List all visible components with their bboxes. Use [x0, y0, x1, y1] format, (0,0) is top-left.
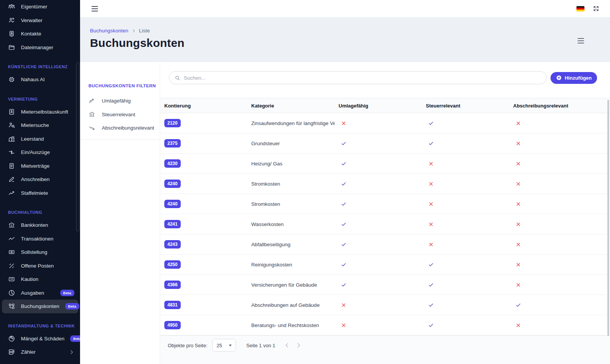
sidebar-item-label: Ein/Auszüge	[21, 149, 50, 155]
sidebar-item-label: Mietverträge	[21, 163, 50, 169]
table-row[interactable]: 4230 Heizung/ Gas	[160, 154, 610, 174]
kontierung-badge: 2375	[164, 139, 181, 148]
table-row[interactable]: 4243 Abfallbeseitigung	[160, 234, 610, 255]
bank-icon	[8, 221, 15, 229]
kontierung-badge: 4831	[164, 301, 181, 309]
users-icon	[8, 3, 15, 10]
sidebar-item-nahaus-ai[interactable]: AI Nahaus AI	[2, 73, 78, 87]
sidebar-item-eigentümer[interactable]: Eigentümer	[2, 0, 78, 14]
german-flag-icon[interactable]	[576, 6, 584, 11]
sidebar-item-zähler[interactable]: Zähler	[2, 345, 78, 359]
pen-icon	[8, 176, 15, 183]
table-row[interactable]: 2375 Grundsteuer	[160, 133, 610, 154]
x-icon	[426, 201, 513, 207]
sidebar-item-mietverträge[interactable]: Mietverträge	[2, 159, 78, 173]
document-icon	[8, 162, 15, 170]
sidebar-section-label: KÜNSTLICHE INTELLIGENZ	[0, 64, 80, 69]
table-row[interactable]: 4950 Beratungs- und Rechtskosten	[160, 315, 610, 335]
kontierung-badge: 4240	[164, 180, 181, 188]
table-row[interactable]: 4831 Abschreibungen auf Gebäude	[160, 295, 610, 315]
sidebar-item-buchungskonten[interactable]: Buchungskonten Beta	[2, 300, 78, 313]
sidebar-item-mieterselbstauskunft[interactable]: Mieterselbstauskunft	[2, 105, 78, 119]
doc-person-icon	[8, 108, 15, 115]
next-page-button[interactable]	[295, 342, 302, 349]
x-icon	[426, 242, 513, 247]
x-icon	[513, 141, 610, 146]
sidebar-item-mängel-schäden[interactable]: Mängel & Schäden Beta	[2, 332, 78, 346]
sidebar-item-staffelmiete[interactable]: Staffelmiete	[2, 186, 78, 200]
content: BUCHUNGSKONTEN FILTERN Umlagefähig Steue…	[80, 62, 610, 364]
check-icon	[339, 181, 426, 187]
x-icon	[513, 282, 610, 288]
fullscreen-icon[interactable]	[593, 5, 599, 12]
ai-chip-icon: AI	[8, 76, 15, 83]
sidebar-nav: Eigentümer Verwalter Kontakte Dateimanag…	[0, 0, 80, 359]
filter-list: Umlagefähig Steuerrelevant Abschreibungs…	[80, 94, 160, 135]
sidebar-item-bankkonten[interactable]: Bankkonten	[2, 218, 78, 232]
sidebar-item-kaution[interactable]: 100 Kaution	[2, 273, 78, 286]
search-box[interactable]	[169, 71, 547, 84]
prev-page-button[interactable]	[284, 342, 291, 349]
sidebar-item-mietersuche[interactable]: Mietersuche	[2, 119, 78, 132]
x-icon	[426, 221, 513, 227]
breadcrumb: Buchungskonten Liste	[90, 28, 599, 34]
sidebar-item-label: Offene Posten	[21, 263, 54, 269]
sidebar-item-ein-auszüge[interactable]: Ein/Auszüge	[2, 146, 78, 159]
split-arrow-icon	[88, 98, 95, 104]
sidebar-item-label: Bankkonten	[21, 222, 48, 228]
page-options-menu-icon[interactable]	[578, 38, 584, 43]
table-row[interactable]: 4240 Stromkosten	[160, 194, 610, 214]
banknote-icon	[8, 249, 15, 256]
table-row[interactable]: 4366 Versicherungen für Gebäude	[160, 275, 610, 295]
kontierung-badge: 4243	[164, 240, 181, 249]
person-search-icon	[8, 122, 15, 129]
search-input[interactable]	[184, 75, 541, 81]
sidebar-item-ausgaben[interactable]: Ausgaben Beta	[2, 286, 78, 300]
trend-down-icon	[88, 125, 95, 131]
kontierung-badge: 4241	[164, 220, 181, 228]
sidebar-item-label: Dateimanager	[21, 45, 53, 50]
x-icon	[513, 181, 610, 187]
filter-item-abschreibungsrelevant[interactable]: Abschreibungsrelevant	[80, 121, 160, 135]
folder-icon	[8, 44, 15, 51]
filter-item-umlagefähig[interactable]: Umlagefähig	[80, 94, 160, 108]
building-icon	[8, 135, 15, 143]
per-page-select[interactable]: 25	[212, 339, 236, 352]
column-header-abschreibungsrelevant[interactable]: Abschreibungsrelevant	[513, 103, 610, 109]
column-header-kontierung[interactable]: Kontierung	[164, 103, 251, 109]
menu-toggle-button[interactable]	[92, 6, 98, 11]
check-icon	[426, 141, 513, 146]
x-icon	[426, 161, 513, 167]
filter-item-steuerrelevant[interactable]: Steuerrelevant	[80, 108, 160, 122]
kategorie-cell: Zinsaufwendungen für langfristige Verbin…	[251, 120, 335, 126]
add-button[interactable]: Hinzufügen	[551, 72, 597, 84]
search-icon	[175, 75, 180, 81]
meter-icon	[8, 348, 15, 356]
sidebar-item-offene-posten[interactable]: Offene Posten	[2, 259, 78, 273]
sidebar-item-label: Verwalter	[21, 18, 42, 23]
column-header-steuerrelevant[interactable]: Steuerrelevant	[426, 103, 513, 109]
table-scrollbar[interactable]	[607, 100, 609, 336]
table-row[interactable]: 4241 Wasserkosten	[160, 214, 610, 234]
sidebar-item-transaktionen[interactable]: Transaktionen	[2, 232, 78, 246]
kontierung-badge: 4250	[164, 260, 181, 269]
kontierung-badge: 2120	[164, 119, 181, 127]
sidebar-item-kontakte[interactable]: Kontakte	[2, 27, 78, 41]
sidebar-item-leerstand[interactable]: Leerstand	[2, 132, 78, 146]
sidebar-item-sollstellung[interactable]: Sollstellung	[2, 245, 78, 259]
check-icon	[426, 120, 513, 126]
table-row[interactable]: 4240 Stromkosten	[160, 174, 610, 194]
sidebar-item-anschreiben[interactable]: Anschreiben	[2, 173, 78, 186]
breadcrumb-root-link[interactable]: Buchungskonten	[90, 28, 128, 34]
kategorie-cell: Stromkosten	[251, 201, 335, 207]
column-header-kategorie[interactable]: Kategorie	[251, 103, 339, 109]
column-header-umlagefähig[interactable]: Umlagefähig	[339, 103, 426, 109]
page-info: Seite 1 von 1	[246, 343, 275, 348]
table-row[interactable]: 4250 Reinigungskosten	[160, 255, 610, 275]
sidebar-scrollbar[interactable]	[76, 62, 79, 231]
sidebar-item-dateimanager[interactable]: Dateimanager	[2, 41, 78, 55]
kategorie-cell: Wasserkosten	[251, 221, 335, 227]
table-row[interactable]: 2120 Zinsaufwendungen für langfristige V…	[160, 113, 610, 133]
sidebar-item-verwalter[interactable]: Verwalter	[2, 14, 78, 27]
sidebar-section-label: BUCHHALTUNG	[0, 210, 80, 215]
